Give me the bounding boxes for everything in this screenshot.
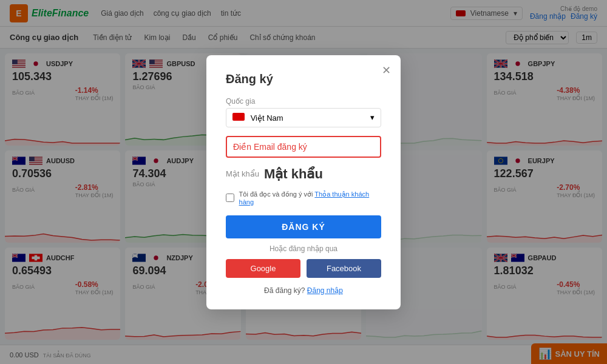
- facebook-button[interactable]: Facebook: [307, 259, 381, 278]
- terms-label: Tôi đã đọc và đồng ý với Thỏa thuận khác…: [239, 190, 381, 206]
- login-redirect: Đã đăng ký? Đăng nhập: [226, 286, 381, 295]
- password-label: Mật khẩu: [226, 169, 259, 178]
- country-field: Quốc gia Việt Nam ▾: [226, 97, 381, 127]
- modal-title: Đăng ký: [226, 72, 381, 86]
- country-label: Quốc gia: [226, 97, 381, 106]
- modal-close-button[interactable]: ✕: [382, 64, 391, 77]
- terms-checkbox[interactable]: [226, 194, 234, 202]
- social-buttons: Google Facebook: [226, 259, 381, 278]
- vn-flag-icon: [232, 113, 245, 121]
- email-input[interactable]: [226, 136, 381, 158]
- country-select[interactable]: Việt Nam ▾: [226, 108, 381, 127]
- password-row: Mật khẩu Mật khẩu: [226, 166, 381, 182]
- terms-checkbox-row: Tôi đã đọc và đồng ý với Thỏa thuận khác…: [226, 190, 381, 206]
- chevron-down-icon: ▾: [370, 113, 375, 122]
- modal-overlay[interactable]: Đăng ký ✕ Quốc gia Việt Nam ▾ Mật khẩu M…: [0, 0, 607, 364]
- country-value: Việt Nam: [251, 113, 283, 123]
- register-button[interactable]: ĐĂNG KÝ: [226, 215, 381, 238]
- email-field: [226, 136, 381, 158]
- google-button[interactable]: Google: [226, 259, 300, 278]
- login-redirect-link[interactable]: Đăng nhập: [307, 286, 343, 295]
- login-redirect-text: Đã đăng ký?: [264, 286, 305, 295]
- password-display: Mật khẩu: [264, 166, 323, 182]
- or-text: Hoặc đăng nhập qua: [226, 244, 381, 253]
- register-modal: Đăng ký ✕ Quốc gia Việt Nam ▾ Mật khẩu M…: [206, 55, 401, 309]
